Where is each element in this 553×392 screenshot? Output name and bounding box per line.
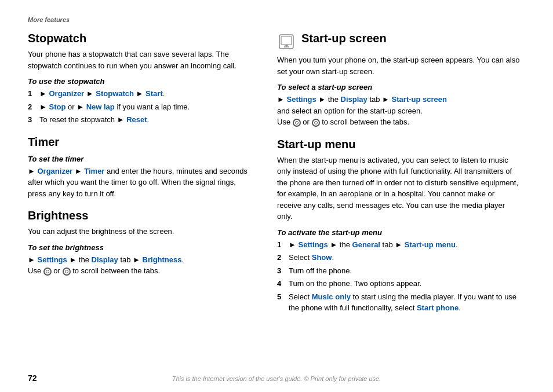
brightness-display-link: Display: [92, 255, 118, 264]
brightness-prose: ► Settings ► the Display tab ► Brightnes…: [28, 254, 254, 277]
brightness-subsection-title: To set the brightness: [28, 243, 254, 252]
stopwatch-body: Your phone has a stopwatch that can save…: [28, 49, 254, 71]
startup-menu-subsection-title: To activate the start-up menu: [277, 228, 521, 237]
startup-screen-title: Start-up screen: [301, 31, 387, 45]
sm-general-link: General: [352, 240, 380, 249]
sm-step-5-content: Select Music only to start using the med…: [289, 291, 521, 314]
startup-screen-body: When you turn your phone on, the start-u…: [277, 54, 521, 77]
step-num-2: 2: [28, 101, 36, 113]
sm-startupmenu-link: Start-up menu: [405, 240, 456, 249]
startup-menu-title: Start-up menu: [277, 137, 521, 151]
stopwatch-step-2: 2 ► Stop or ► New lap if you want a lap …: [28, 101, 254, 113]
brightness-brightness-link: Brightness: [143, 255, 182, 264]
scroll-left-icon: [43, 268, 52, 276]
brightness-title: Brightness: [28, 208, 254, 222]
step-num-1: 1: [28, 88, 36, 100]
timer-organizer-link: Organizer: [37, 167, 72, 175]
scroll-right-icon: [63, 268, 71, 276]
page: More features Stopwatch Your phone has a…: [0, 0, 553, 392]
stopwatch-title: Stopwatch: [28, 31, 254, 45]
startup-screen-section: Start-up screen When you turn your phone…: [277, 31, 521, 128]
brightness-body: You can adjust the brightness of the scr…: [28, 226, 254, 237]
startup-screen-icon: [277, 32, 296, 51]
ss-scroll-right-icon: [312, 119, 320, 127]
timer-prose: ► Organizer ► Timer and enter the hours,…: [28, 166, 254, 200]
stopwatch-section: Stopwatch Your phone has a stopwatch tha…: [28, 31, 254, 126]
timer-link: Timer: [84, 167, 104, 175]
stopwatch-subsection-title: To use the stopwatch: [28, 77, 254, 86]
ss-display-link: Display: [341, 95, 368, 104]
start-link: Start: [145, 89, 163, 98]
sm-step-2-content: Select Show.: [289, 252, 521, 263]
left-column: Stopwatch Your phone has a stopwatch tha…: [28, 31, 254, 323]
startup-menu-body: When the start-up menu is activated, you…: [277, 155, 521, 222]
sm-step-5: 5 Select Music only to start using the m…: [277, 291, 521, 314]
stopwatch-link: Stopwatch: [96, 89, 134, 98]
stopwatch-steps: 1 ► Organizer ► Stopwatch ► Start. 2 ► S…: [28, 88, 254, 126]
timer-section: Timer To set the timer ► Organizer ► Tim…: [28, 135, 254, 200]
step-1-content: ► Organizer ► Stopwatch ► Start.: [39, 88, 254, 100]
startup-menu-section: Start-up menu When the start-up menu is …: [277, 137, 521, 314]
sm-step-num-3: 3: [277, 265, 285, 277]
sm-step-3: 3 Turn off the phone.: [277, 265, 521, 277]
ss-startup-link: Start-up screen: [392, 95, 447, 104]
footer-note: This is the Internet version of the user…: [172, 375, 381, 382]
startup-menu-steps: 1 ► Settings ► the General tab ► Start-u…: [277, 239, 521, 314]
top-label: More features: [28, 16, 525, 23]
sm-settings-link: Settings: [298, 240, 328, 249]
startup-screen-subsection-title: To select a start-up screen: [277, 83, 521, 91]
sm-step-4: 4 Turn on the phone. Two options appear.: [277, 278, 521, 290]
startup-screen-header: Start-up screen: [277, 31, 521, 51]
sm-show-link: Show: [312, 253, 332, 262]
sm-step-1: 1 ► Settings ► the General tab ► Start-u…: [277, 239, 521, 251]
step-num-3: 3: [28, 114, 36, 126]
sm-step-num-5: 5: [277, 291, 285, 314]
sm-step-num-4: 4: [277, 278, 285, 290]
sm-startphone-link: Start phone: [417, 303, 459, 312]
startup-screen-prose: ► Settings ► the Display tab ► Start-up …: [277, 94, 521, 128]
step-2-content: ► Stop or ► New lap if you want a lap ti…: [39, 101, 254, 113]
new-lap-link: New lap: [86, 102, 115, 111]
sm-step-3-content: Turn off the phone.: [289, 265, 521, 277]
organizer-link: Organizer: [49, 89, 84, 98]
right-column: Start-up screen When you turn your phone…: [277, 31, 521, 323]
svg-rect-1: [281, 36, 292, 45]
sm-step-1-content: ► Settings ► the General tab ► Start-up …: [289, 239, 521, 251]
timer-subsection-title: To set the timer: [28, 155, 254, 163]
ss-settings-link: Settings: [286, 95, 316, 104]
stopwatch-step-3: 3 To reset the stopwatch ► Reset.: [28, 114, 254, 126]
stopwatch-step-1: 1 ► Organizer ► Stopwatch ► Start.: [28, 88, 254, 100]
timer-title: Timer: [28, 135, 254, 149]
sm-step-num-2: 2: [277, 252, 285, 263]
stop-link: Stop: [49, 102, 66, 111]
footer: This is the Internet version of the user…: [0, 374, 553, 383]
footer-page-number: 72: [28, 373, 37, 383]
sm-step-num-1: 1: [277, 239, 285, 251]
reset-link: Reset: [126, 115, 147, 124]
sm-musiconly-link: Music only: [312, 292, 351, 301]
brightness-settings-link: Settings: [37, 255, 67, 264]
sm-step-4-content: Turn on the phone. Two options appear.: [289, 278, 521, 290]
content-columns: Stopwatch Your phone has a stopwatch tha…: [28, 31, 525, 323]
step-3-content: To reset the stopwatch ► Reset.: [39, 114, 254, 126]
sm-step-2: 2 Select Show.: [277, 252, 521, 263]
ss-scroll-left-icon: [293, 119, 301, 127]
brightness-section: Brightness You can adjust the brightness…: [28, 208, 254, 277]
